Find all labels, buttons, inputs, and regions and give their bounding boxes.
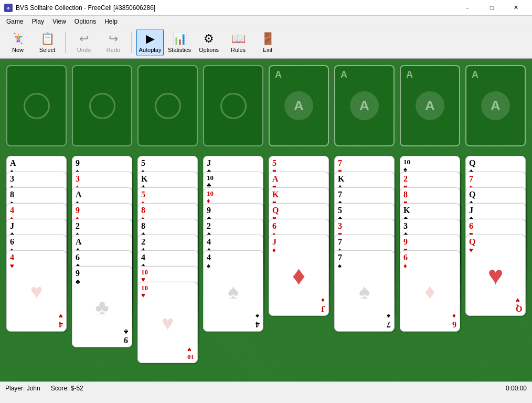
card-7♠-col5[interactable]: ♠7♠7♠ xyxy=(334,250,395,332)
card-rank-br: J♦ xyxy=(321,296,325,313)
autoplay-icon: ▶ xyxy=(146,32,155,46)
tableau-column-1[interactable]: ♠A♠A♠♠3♠3♠♠8♠8♠♦4♦4♦♣J♣J♣♠6♠6♠♥4♥4♥ xyxy=(6,156,67,376)
foundation-3-center: A xyxy=(416,91,444,120)
options-label: Options xyxy=(199,47,219,53)
foundation-1-center: A xyxy=(284,91,313,120)
toolbar-btn-select[interactable]: 📋Select xyxy=(34,29,61,56)
menu-item-game[interactable]: Game xyxy=(2,17,28,26)
toolbar-btn-exit[interactable]: 🚪Exit xyxy=(254,29,281,56)
card-center-suit: ♥ xyxy=(162,310,174,335)
menu-item-view[interactable]: View xyxy=(48,17,70,26)
card-center-suit: ♦ xyxy=(424,279,435,303)
card-rank-tl: 7♠ xyxy=(338,253,342,270)
card-rank-br: 7♠ xyxy=(387,312,391,329)
card-Q♥-col7[interactable]: ♥Q♥Q♥ xyxy=(465,235,526,316)
foundation-1[interactable]: A A xyxy=(269,65,329,146)
new-label: New xyxy=(12,47,24,53)
card-4♠-col3[interactable]: ♠4♠4♠ xyxy=(203,250,263,332)
freecell-3[interactable] xyxy=(137,65,198,146)
tableau-column-3[interactable]: ♠5♠5♠♣K♣K♣♦5♦5♦♦8♦8♦♣8♣8♣♣2♣2♣♣4♣4♣♥10♥1… xyxy=(137,156,198,379)
foundation-2[interactable]: A A xyxy=(334,65,395,146)
rules-label: Rules xyxy=(231,47,246,53)
tableau-column-7[interactable]: ♠10♠10♠♥2♥2♥♥8♥8♥♣K♣K♣♣3♣3♣♥9♥9♥♦6♦6♦ xyxy=(400,156,460,376)
card-rank-tl: 10♥ xyxy=(141,284,148,300)
rules-icon: 📖 xyxy=(231,32,246,46)
card-rank-tl: Q♥ xyxy=(469,237,475,254)
foundation-4[interactable]: A A xyxy=(465,65,526,146)
menu-item-options[interactable]: Options xyxy=(70,17,100,26)
player-label: Player: John xyxy=(5,385,40,392)
toolbar-btn-autoplay[interactable]: ▶Autoplay xyxy=(136,29,164,56)
card-face-art: ♥ xyxy=(471,246,520,305)
autoplay-label: Autoplay xyxy=(139,47,162,53)
options-icon: ⚙ xyxy=(204,32,214,46)
card-rank-tl: 9♣ xyxy=(76,269,80,285)
toolbar-btn-rules[interactable]: 📖Rules xyxy=(225,29,252,56)
tableau-column-2[interactable]: ♠9♠9♠♦3♦3♦♠A♠A♠♦9♦9♦♠2♠2♠♣A♣A♣♣6♣6♣♣9♣9♣ xyxy=(72,156,132,376)
card-rank-br: 4♠ xyxy=(256,312,260,329)
close-button[interactable]: ✕ xyxy=(504,0,528,16)
minimize-button[interactable]: − xyxy=(455,0,480,16)
toolbar-btn-new[interactable]: 🃏New xyxy=(4,29,31,56)
toolbar-separator-1 xyxy=(65,32,66,53)
toolbar: 🃏New📋Select↩Undo↪Redo▶Autoplay📊Statistic… xyxy=(0,27,532,59)
card-rank-br: 9♣ xyxy=(124,328,129,345)
card-rank-br: Q♥ xyxy=(516,296,522,313)
foundation-2-label: A xyxy=(341,69,347,80)
foundation-1-label: A xyxy=(275,69,282,80)
toolbar-btn-options[interactable]: ⚙Options xyxy=(195,29,222,56)
top-section: A A A A A A A A xyxy=(6,65,526,146)
card-rank-tl: 4♥ xyxy=(10,253,14,270)
tableau-column-5[interactable]: ♥5♥5♥♥A♥A♥♥K♥K♥♥Q♥Q♥♦6♦6♦♦J♦J♦ xyxy=(269,156,329,376)
toolbar-btn-redo: ↪Redo xyxy=(100,29,127,56)
card-6♦-col6[interactable]: ♦6♦6♦ xyxy=(400,250,460,332)
foundation-4-center: A xyxy=(481,91,510,120)
redo-label: Redo xyxy=(107,47,120,53)
card-face-art: ♦ xyxy=(274,246,323,305)
window-title: BVS Solitaire Collection - FreeCell [#38… xyxy=(16,4,455,12)
card-J♦-col4[interactable]: ♦J♦J♦ xyxy=(269,235,329,316)
foundation-4-label: A xyxy=(472,69,478,80)
menu-item-help[interactable]: Help xyxy=(100,17,122,26)
card-rank-br: 10♥ xyxy=(187,345,194,360)
titlebar: ♠ BVS Solitaire Collection - FreeCell [#… xyxy=(0,0,532,16)
window-controls: − □ ✕ xyxy=(455,0,528,16)
score-label: Score: $-52 xyxy=(51,385,83,392)
undo-icon: ↩ xyxy=(79,32,89,46)
card-4♥-col0[interactable]: ♥4♥4♥ xyxy=(6,250,67,332)
exit-label: Exit xyxy=(263,47,272,53)
statusbar: Player: John Score: $-52 0:00:00 xyxy=(0,381,532,395)
card-rank-tl: 4♠ xyxy=(207,253,211,270)
free-cells xyxy=(6,65,263,146)
card-rank-br: 6♦ xyxy=(452,312,456,329)
card-center-suit: ♠ xyxy=(359,279,370,303)
menu-item-play[interactable]: Play xyxy=(28,17,48,26)
card-10♥-col2[interactable]: ♥10♥10♥ xyxy=(137,282,198,363)
freecell-1[interactable] xyxy=(6,65,67,146)
maximize-button[interactable]: □ xyxy=(480,0,504,16)
app-icon: ♠ xyxy=(4,4,13,12)
freecell-2[interactable] xyxy=(72,65,132,146)
new-icon: 🃏 xyxy=(11,32,25,46)
time-label: 0:00:00 xyxy=(506,385,527,392)
tableau-column-4[interactable]: ♣J♣J♣♣10♣10♣♦10♦10♦♣9♣9♣♣2♣2♣♣4♣4♣♠4♠4♠ xyxy=(203,156,263,376)
freecell-4[interactable] xyxy=(203,65,263,146)
card-rank-br: 4♥ xyxy=(59,312,63,329)
tableau-column-8[interactable]: ♣Q♣Q♣♦7♦7♦♣Q♣Q♣♣J♣J♣♥6♥6♥♥Q♥Q♥ xyxy=(465,156,526,376)
game-area[interactable]: A A A A A A A A ♠A♠A♠♠3♠3♠♠8♠8♠♦4♦4♦♣J♣J… xyxy=(0,59,532,381)
select-icon: 📋 xyxy=(40,32,55,46)
statistics-label: Statistics xyxy=(168,47,191,53)
card-9♣-col1[interactable]: ♣9♣9♣ xyxy=(72,266,132,347)
tableau-column-6[interactable]: ♥7♥7♥♣K♣K♣♣7♣7♣♣5♣5♣♥3♥3♥♠7♠7♠♠7♠7♠ xyxy=(334,156,395,376)
toolbar-btn-undo: ↩Undo xyxy=(70,29,98,56)
toolbar-separator-2 xyxy=(131,32,132,53)
foundation-cells: A A A A A A A A xyxy=(269,65,526,146)
card-rank-tl: J♦ xyxy=(272,237,276,254)
exit-icon: 🚪 xyxy=(261,32,275,46)
undo-label: Undo xyxy=(77,47,91,53)
select-label: Select xyxy=(39,47,56,53)
foundation-3-label: A xyxy=(406,69,413,80)
foundation-3[interactable]: A A xyxy=(400,65,460,146)
redo-icon: ↪ xyxy=(109,32,118,46)
toolbar-btn-statistics[interactable]: 📊Statistics xyxy=(166,29,193,56)
